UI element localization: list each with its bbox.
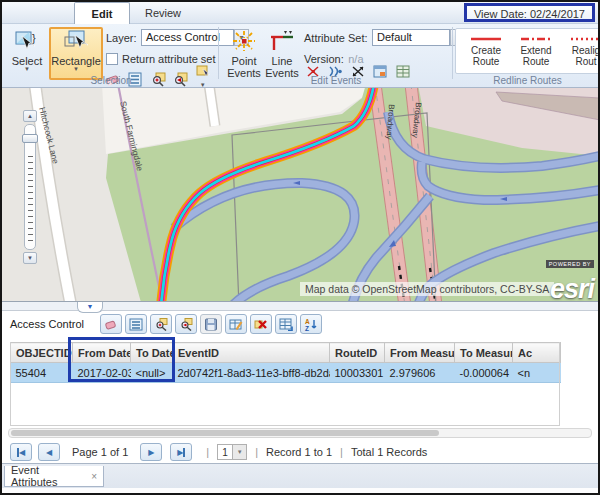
extend-route-label-2: Route xyxy=(523,56,550,67)
realign-route-button[interactable]: Realig Rout xyxy=(564,33,600,67)
edit-attributes-button[interactable] xyxy=(225,314,247,334)
zoom-in-button[interactable]: ▲ xyxy=(23,110,37,122)
page-label: Page 1 of 1 xyxy=(72,446,128,458)
extend-route-label-1: Extend xyxy=(520,45,551,56)
redline-routes-panel: Create Route Extend Route Realig Rout xyxy=(455,28,600,74)
separator: | xyxy=(340,446,343,458)
next-page-button[interactable]: ▶ xyxy=(140,443,162,461)
event-attributes-tab-label: Event Attributes xyxy=(11,464,83,488)
pan-to-record-button[interactable] xyxy=(175,314,197,334)
separator: | xyxy=(206,446,209,458)
esri-logo: POWERED BY esri xyxy=(546,260,594,300)
layer-combobox[interactable]: Access Control xyxy=(141,29,234,46)
map-canvas: Hitchcock Lane South Farmingdale Broadwa… xyxy=(2,88,598,302)
ribbon-tab-bar: Map Edit Review View Date: 02/24/2017 xyxy=(2,2,598,24)
pagination-bar: ◀ ◀ Page 1 of 1 ▶ ▶ | 1 ▼ | Record 1 to … xyxy=(10,442,427,462)
last-page-button[interactable]: ▶ xyxy=(170,443,192,461)
app-window: Map Edit Review View Date: 02/24/2017 } … xyxy=(0,0,600,495)
previous-page-button[interactable]: ◀ xyxy=(38,443,60,461)
page-select-arrow-icon[interactable]: ▼ xyxy=(233,444,247,460)
attribute-set-combobox[interactable]: Default xyxy=(372,29,450,46)
point-events-label-1: Point xyxy=(231,55,256,67)
group-divider xyxy=(452,27,453,79)
tab-bar-strip xyxy=(2,488,598,493)
svg-text:}: } xyxy=(32,32,36,44)
tab-event-attributes[interactable]: Event Attributes × xyxy=(4,466,104,487)
map-attribution: Map data © OpenStreetMap contributors, C… xyxy=(300,282,554,296)
edit-events-group-label: Edit Events xyxy=(222,75,450,86)
svg-text:Z: Z xyxy=(305,324,309,331)
point-events-icon xyxy=(231,29,257,55)
scrollbar-thumb[interactable] xyxy=(11,430,439,436)
zoom-out-button[interactable]: ▼ xyxy=(23,252,37,264)
zoom-to-record-button[interactable] xyxy=(150,314,172,334)
panel-title: Access Control xyxy=(10,318,84,330)
select-record-button[interactable] xyxy=(100,314,122,334)
layer-label: Layer: xyxy=(106,32,137,44)
extend-route-icon xyxy=(518,33,554,45)
selection-group-label: Selection xyxy=(6,75,216,86)
extend-route-button[interactable]: Extend Route xyxy=(514,33,558,67)
select-dropdown-arrow-icon[interactable]: ▼ xyxy=(24,67,30,72)
select-tool-button[interactable]: } Select ▼ xyxy=(8,29,46,72)
save-button[interactable] xyxy=(200,314,222,334)
select-tool-icon: } xyxy=(14,29,40,55)
map-viewport[interactable]: Hitchcock Lane South Farmingdale Broadwa… xyxy=(2,88,598,302)
point-events-button[interactable]: Point Events xyxy=(226,29,262,79)
realign-route-label-2: Rout xyxy=(575,56,596,67)
first-page-button[interactable]: ◀ xyxy=(10,443,32,461)
table-body-area xyxy=(10,342,560,426)
page-number-select[interactable]: 1 ▼ xyxy=(217,444,247,460)
rectangle-dropdown-arrow-icon[interactable]: ▼ xyxy=(73,67,79,72)
rectangle-tool-icon xyxy=(62,29,90,55)
switch-table-button[interactable] xyxy=(275,314,297,334)
ribbon: } Select ▼ Rectangle ▼ Layer: Access Con… xyxy=(2,24,598,88)
create-route-label-2: Route xyxy=(473,56,500,67)
realign-route-label-1: Realig xyxy=(572,45,600,56)
realign-route-icon xyxy=(568,33,600,45)
event-attributes-panel: Access Control xyxy=(2,311,598,463)
tab-edit[interactable]: Edit xyxy=(74,2,130,24)
powered-by-label: POWERED BY xyxy=(546,260,594,268)
esri-logo-text: esri xyxy=(546,278,594,300)
create-route-button[interactable]: Create Route xyxy=(464,33,508,67)
line-events-label-1: Line xyxy=(272,55,293,67)
panel-collapse-button[interactable]: ▼ xyxy=(77,302,103,313)
line-events-icon xyxy=(269,29,295,55)
redline-routes-group-label: Redline Routes xyxy=(455,75,600,86)
total-records-label: Total 1 Records xyxy=(351,446,427,458)
attribute-set-label: Attribute Set: xyxy=(304,32,368,44)
tab-review[interactable]: Review xyxy=(132,2,194,24)
separator: | xyxy=(255,446,258,458)
table-horizontal-scrollbar xyxy=(8,428,592,438)
record-range-label: Record 1 to 1 xyxy=(266,446,332,458)
close-tab-icon[interactable]: × xyxy=(91,471,97,482)
map-zoom-slider: ▲ ▼ xyxy=(22,110,38,264)
view-date-box[interactable]: View Date: 02/24/2017 xyxy=(464,3,595,22)
sort-az-button[interactable]: AZ xyxy=(300,314,322,334)
show-selected-records-button[interactable] xyxy=(125,314,147,334)
zoom-slider-handle[interactable] xyxy=(22,134,38,143)
rectangle-tool-button[interactable]: Rectangle ▼ xyxy=(49,27,103,80)
zoom-slider-ticks xyxy=(28,156,33,244)
delete-record-button[interactable] xyxy=(250,314,272,334)
group-divider xyxy=(218,27,219,79)
line-events-button[interactable]: Line Events xyxy=(264,29,300,79)
page-number-value: 1 xyxy=(217,444,233,460)
create-route-icon xyxy=(468,33,504,45)
bottom-tab-bar: Event Attributes × xyxy=(2,463,598,493)
create-route-label-1: Create xyxy=(471,45,501,56)
